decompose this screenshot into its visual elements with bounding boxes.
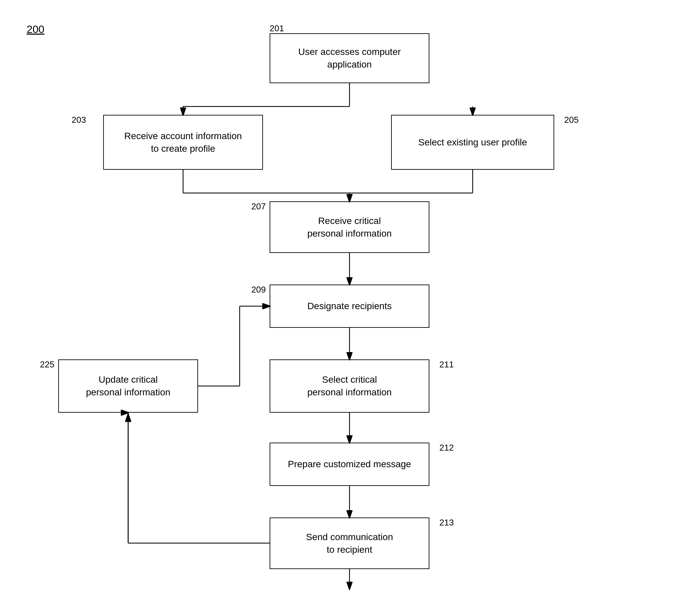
box-212-text: Prepare customized message — [288, 458, 411, 471]
box-203: Receive account informationto create pro… — [103, 115, 263, 170]
box-205: Select existing user profile — [391, 115, 554, 170]
box-201: User accesses computer application — [270, 33, 429, 83]
label-201: 201 — [270, 23, 284, 34]
box-211: Select criticalpersonal information — [270, 359, 429, 413]
flowchart-diagram: 200 User accesses computer application 2… — [0, 0, 700, 611]
label-225: 225 — [40, 359, 54, 370]
box-209-text: Designate recipients — [307, 300, 392, 312]
box-213: Send communicationto recipient — [270, 518, 429, 569]
box-212: Prepare customized message — [270, 443, 429, 486]
label-205: 205 — [564, 115, 579, 125]
label-203: 203 — [72, 115, 86, 125]
box-225-text: Update criticalpersonal information — [86, 373, 170, 399]
box-207: Receive criticalpersonal information — [270, 202, 429, 253]
box-205-text: Select existing user profile — [418, 136, 527, 149]
box-207-text: Receive criticalpersonal information — [307, 215, 392, 240]
box-213-text: Send communicationto recipient — [306, 531, 393, 556]
diagram-label: 200 — [27, 23, 44, 35]
label-212: 212 — [440, 443, 454, 453]
box-225: Update criticalpersonal information — [58, 359, 198, 413]
label-209: 209 — [251, 285, 266, 295]
label-213: 213 — [440, 518, 454, 528]
box-201-text: User accesses computer application — [275, 46, 423, 71]
box-203-text: Receive account informationto create pro… — [124, 130, 242, 155]
label-211: 211 — [440, 359, 454, 370]
box-209: Designate recipients — [270, 285, 429, 328]
label-207: 207 — [251, 202, 266, 212]
box-211-text: Select criticalpersonal information — [307, 373, 392, 399]
